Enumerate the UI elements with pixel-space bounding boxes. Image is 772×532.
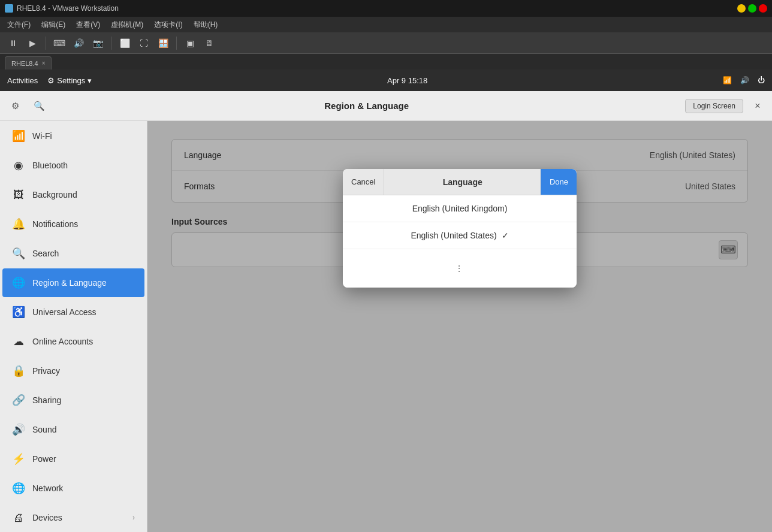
toolbar-separator-3 bbox=[176, 37, 177, 50]
notifications-icon: 🔔 bbox=[12, 217, 25, 231]
toolbar-display[interactable]: 🖥 bbox=[201, 35, 218, 52]
language-option-uk-label: English (United Kingdom) bbox=[412, 204, 508, 213]
search-icon: 🔍 bbox=[12, 247, 25, 260]
sidebar-item-devices[interactable]: 🖨 Devices › bbox=[2, 503, 144, 532]
language-option-us-label: English (United States) bbox=[411, 231, 496, 240]
settings-label: Settings bbox=[57, 76, 85, 85]
sidebar-item-power[interactable]: ⚡ Power bbox=[2, 445, 144, 473]
sidebar-item-wifi[interactable]: 📶 Wi-Fi bbox=[2, 122, 144, 150]
power-icon: ⚡ bbox=[12, 452, 25, 466]
menu-help[interactable]: 帮助(H) bbox=[189, 19, 223, 31]
sidebar-item-online-accounts[interactable]: ☁ Online Accounts bbox=[2, 327, 144, 356]
menu-view[interactable]: 查看(V) bbox=[71, 19, 105, 31]
sidebar-item-universal-access-label: Universal Access bbox=[32, 307, 96, 317]
sidebar-item-privacy[interactable]: 🔒 Privacy bbox=[2, 356, 144, 385]
toolbar-audio[interactable]: 🔊 bbox=[70, 35, 87, 52]
vmware-toolbar: ⏸ ▶ ⌨ 🔊 📷 ⬜ ⛶ 🪟 ▣ 🖥 bbox=[0, 32, 772, 54]
power-menu-icon[interactable]: ⏻ bbox=[758, 76, 765, 84]
language-dialog-overlay: Cancel Language Done English (United Kin… bbox=[147, 121, 772, 532]
volume-icon: 🔊 bbox=[740, 76, 749, 84]
toolbar-separator-2 bbox=[111, 37, 111, 50]
universal-access-icon: ♿ bbox=[12, 306, 25, 319]
dialog-list: English (United Kingdom) English (United… bbox=[343, 195, 577, 288]
toolbar-send-ctrl-alt-del[interactable]: ⌨ bbox=[51, 35, 68, 52]
menu-tabs[interactable]: 选项卡(I) bbox=[149, 19, 187, 31]
settings-app-window: ⚙ 🔍 Region & Language Login Screen × 📶 W… bbox=[0, 91, 772, 532]
sidebar-item-region-label: Region & Language bbox=[32, 278, 107, 288]
dialog-header: Cancel Language Done bbox=[343, 169, 577, 195]
settings-menu-button[interactable]: ⚙ Settings ▾ bbox=[47, 76, 92, 85]
app-content: 📶 Wi-Fi ◉ Bluetooth 🖼 Background 🔔 Notif… bbox=[0, 121, 772, 532]
login-screen-button[interactable]: Login Screen bbox=[685, 99, 743, 113]
app-header: ⚙ 🔍 Region & Language Login Screen × bbox=[0, 91, 772, 121]
dialog-done-button[interactable]: Done bbox=[541, 169, 577, 195]
toolbar-power-btn[interactable]: ▶ bbox=[24, 35, 41, 52]
sidebar-item-background-label: Background bbox=[32, 190, 77, 200]
toolbar-fullscreen[interactable]: ⛶ bbox=[135, 35, 152, 52]
sidebar-item-network-label: Network bbox=[32, 483, 63, 493]
network-status-icon: 📶 bbox=[723, 76, 732, 84]
sidebar-item-sharing-label: Sharing bbox=[32, 395, 61, 405]
sidebar-item-privacy-label: Privacy bbox=[32, 366, 60, 376]
sidebar: 📶 Wi-Fi ◉ Bluetooth 🖼 Background 🔔 Notif… bbox=[0, 121, 147, 532]
sidebar-item-sound[interactable]: 🔊 Sound bbox=[2, 415, 144, 444]
vmware-title: RHEL8.4 - VMware Workstation bbox=[17, 4, 119, 13]
sidebar-item-notifications-label: Notifications bbox=[32, 219, 78, 229]
toolbar-fit-guest[interactable]: ⬜ bbox=[116, 35, 133, 52]
more-dots-icon: ⋮ bbox=[449, 258, 471, 279]
minimize-button[interactable] bbox=[737, 4, 746, 13]
bluetooth-icon: ◉ bbox=[12, 159, 25, 172]
gnome-datetime: Apr 9 15:18 bbox=[387, 76, 427, 85]
sidebar-item-notifications[interactable]: 🔔 Notifications bbox=[2, 210, 144, 238]
maximize-button[interactable] bbox=[748, 4, 756, 13]
toolbar-pause-btn[interactable]: ⏸ bbox=[5, 35, 22, 52]
sidebar-item-sound-label: Sound bbox=[32, 425, 56, 434]
search-icon-btn[interactable]: 🔍 bbox=[30, 97, 48, 115]
menu-edit[interactable]: 编辑(E) bbox=[37, 19, 70, 31]
sidebar-item-wifi-label: Wi-Fi bbox=[32, 131, 52, 141]
menu-vm[interactable]: 虚拟机(M) bbox=[106, 19, 148, 31]
sidebar-item-search[interactable]: 🔍 Search bbox=[2, 239, 144, 268]
vm-tab-close[interactable]: × bbox=[42, 60, 46, 66]
sound-icon: 🔊 bbox=[12, 423, 25, 436]
toolbar-separator-1 bbox=[46, 37, 46, 50]
vm-tab-rhel[interactable]: RHEL8.4 × bbox=[5, 56, 52, 69]
sidebar-item-network[interactable]: 🌐 Network bbox=[2, 474, 144, 503]
sidebar-item-universal-access[interactable]: ♿ Universal Access bbox=[2, 298, 144, 327]
devices-chevron-icon: › bbox=[132, 513, 135, 522]
activities-button[interactable]: Activities bbox=[7, 76, 38, 85]
vmware-icon bbox=[5, 4, 13, 13]
toolbar-terminal[interactable]: ▣ bbox=[182, 35, 198, 52]
wrench-icon-btn[interactable]: ⚙ bbox=[6, 97, 24, 115]
window-close-button[interactable]: × bbox=[749, 98, 766, 114]
vm-tab-label: RHEL8.4 bbox=[11, 60, 38, 67]
background-icon: 🖼 bbox=[12, 189, 25, 201]
menu-file[interactable]: 文件(F) bbox=[2, 19, 35, 31]
sidebar-item-online-accounts-label: Online Accounts bbox=[32, 337, 93, 346]
dialog-cancel-button[interactable]: Cancel bbox=[343, 169, 384, 195]
privacy-icon: 🔒 bbox=[12, 364, 25, 377]
sidebar-item-region[interactable]: 🌐 Region & Language bbox=[2, 268, 144, 297]
sidebar-item-bluetooth[interactable]: ◉ Bluetooth bbox=[2, 151, 144, 180]
sharing-icon: 🔗 bbox=[12, 394, 25, 407]
vmware-titlebar: RHEL8.4 - VMware Workstation bbox=[0, 0, 772, 17]
language-option-us[interactable]: English (United States) ✓ bbox=[343, 222, 577, 249]
language-option-uk[interactable]: English (United Kingdom) bbox=[343, 195, 577, 222]
sidebar-item-background[interactable]: 🖼 Background bbox=[2, 180, 144, 209]
close-button[interactable] bbox=[759, 4, 767, 13]
settings-arrow-icon: ▾ bbox=[88, 76, 92, 85]
online-accounts-icon: ☁ bbox=[12, 335, 25, 348]
sidebar-item-sharing[interactable]: 🔗 Sharing bbox=[2, 386, 144, 415]
page-title: Region & Language bbox=[54, 101, 679, 111]
language-more-options[interactable]: ⋮ bbox=[343, 249, 577, 288]
sidebar-item-search-label: Search bbox=[32, 249, 59, 258]
selected-checkmark-icon: ✓ bbox=[502, 231, 509, 240]
toolbar-unity[interactable]: 🪟 bbox=[155, 35, 171, 52]
sidebar-item-bluetooth-label: Bluetooth bbox=[32, 161, 68, 170]
dialog-title: Language bbox=[384, 177, 540, 187]
network-icon: 🌐 bbox=[12, 482, 25, 495]
sidebar-item-devices-label: Devices bbox=[32, 513, 62, 522]
toolbar-snapshot[interactable]: 📷 bbox=[89, 35, 106, 52]
language-dialog: Cancel Language Done English (United Kin… bbox=[343, 169, 577, 288]
devices-icon: 🖨 bbox=[12, 512, 25, 524]
